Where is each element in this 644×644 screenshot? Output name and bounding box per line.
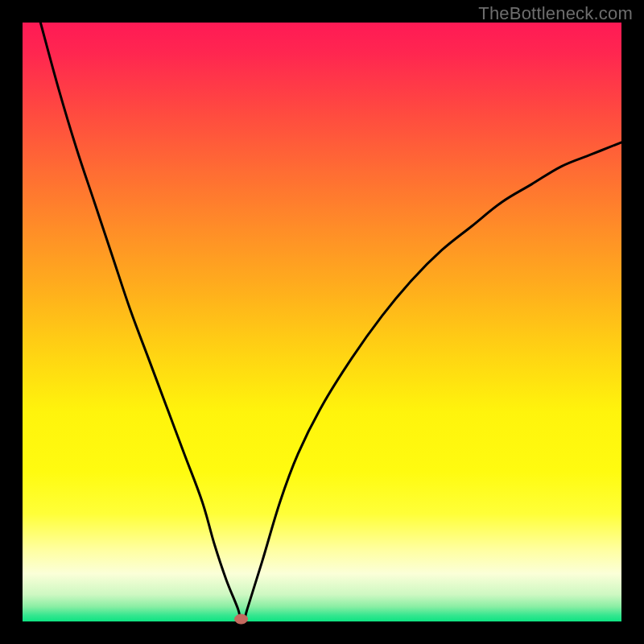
bottleneck-chart: [0, 0, 644, 644]
watermark-text: TheBottleneck.com: [478, 3, 633, 24]
plot-background: [23, 23, 621, 621]
chart-frame: TheBottleneck.com: [0, 0, 644, 644]
dip-marker: [235, 614, 248, 624]
